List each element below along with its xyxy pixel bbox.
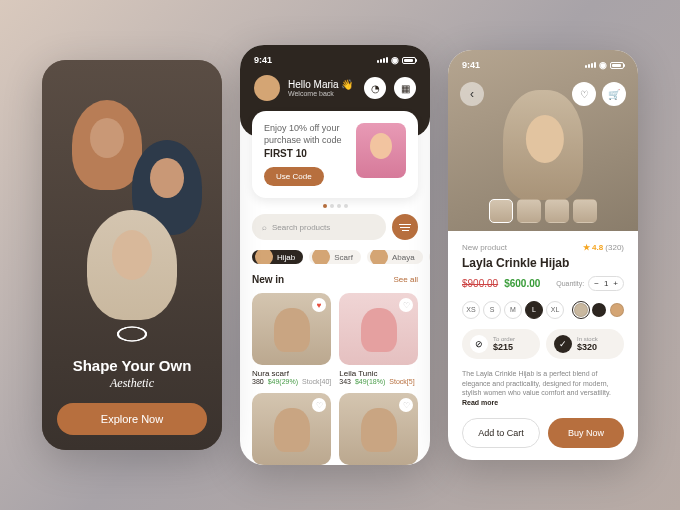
- new-badge: New product: [462, 243, 507, 252]
- product-name: Leila Tunic: [339, 369, 418, 378]
- carousel-dots: [240, 204, 430, 208]
- dot-active[interactable]: [323, 204, 327, 208]
- splash-title: Shape Your Own: [57, 357, 207, 374]
- product-title: Layla Crinkle Hijab: [462, 256, 624, 270]
- status-time: 9:41: [254, 55, 272, 65]
- minus-button[interactable]: −: [594, 279, 599, 288]
- color-swatch[interactable]: [574, 303, 588, 317]
- category-thumb: [255, 250, 273, 264]
- heart-icon: ♡: [580, 89, 589, 100]
- splash-subtitle: Aesthetic: [57, 376, 207, 391]
- see-all-link[interactable]: See all: [394, 275, 418, 284]
- section-title: New in: [252, 274, 284, 285]
- size-xl[interactable]: XL: [546, 301, 564, 319]
- thumbnail[interactable]: [545, 199, 569, 223]
- category-kaftan[interactable]: Kaftan: [429, 250, 430, 264]
- read-more-link[interactable]: Read more: [462, 399, 498, 406]
- back-button[interactable]: ‹: [460, 82, 484, 106]
- promo-text: Enjoy 10% off your purchase with code: [264, 123, 348, 146]
- image-thumbnails: [489, 199, 597, 223]
- size-s[interactable]: S: [483, 301, 501, 319]
- status-time: 9:41: [462, 60, 480, 70]
- to-order-card: ⊘ To order $215: [462, 329, 540, 359]
- color-swatch[interactable]: [592, 303, 606, 317]
- chevron-left-icon: ‹: [470, 87, 474, 101]
- product-image: ♡: [339, 293, 418, 365]
- wifi-icon: ◉: [391, 55, 399, 65]
- color-swatch[interactable]: [610, 303, 624, 317]
- qty-value: 1: [604, 279, 608, 288]
- in-stock-card: ✓ In stock $320: [546, 329, 624, 359]
- explore-button[interactable]: Explore Now: [57, 403, 207, 435]
- product-rating: ★ 4.8 (320): [583, 243, 624, 252]
- size-m[interactable]: M: [504, 301, 522, 319]
- stock-icon: ✓: [554, 335, 572, 353]
- greeting-text: Hello Maria 👋: [288, 79, 356, 90]
- color-selector: [574, 303, 624, 317]
- detail-hero: 9:41 ◉ ‹ ♡ 🛒: [448, 50, 638, 231]
- category-tabs: Hijab Scarf Abaya Kaftan: [240, 250, 430, 264]
- product-image: ♡: [252, 393, 331, 465]
- favorite-button[interactable]: ♡: [572, 82, 596, 106]
- bell-icon: ◔: [371, 83, 380, 94]
- promo-banner[interactable]: Enjoy 10% off your purchase with code FI…: [252, 111, 418, 198]
- product-name: Nura scarf: [252, 369, 331, 378]
- product-card[interactable]: ♡ Leila Tunic 343$49(18%)Stock[5]: [339, 293, 418, 385]
- menu-button[interactable]: ▦: [394, 77, 416, 99]
- size-selector: XS S M L XL: [462, 301, 564, 319]
- status-bar: 9:41 ◉: [254, 55, 416, 65]
- product-grid: ♥ Nura scarf 380$49(29%)Stock[40] ♡ Leil…: [240, 293, 430, 465]
- category-thumb: [312, 250, 330, 264]
- plus-button[interactable]: +: [613, 279, 618, 288]
- old-price: $900.00: [462, 278, 498, 289]
- new-price: $600.00: [504, 278, 540, 289]
- product-card[interactable]: ♥ Nura scarf 380$49(29%)Stock[40]: [252, 293, 331, 385]
- product-image: ♥: [252, 293, 331, 365]
- search-input[interactable]: ⌕ Search products: [252, 214, 386, 240]
- user-avatar[interactable]: [254, 75, 280, 101]
- tag-icon: ⊘: [470, 335, 488, 353]
- product-card[interactable]: ♡: [339, 393, 418, 465]
- buy-now-button[interactable]: Buy Now: [548, 418, 624, 448]
- wifi-icon: ◉: [599, 60, 607, 70]
- cart-icon: 🛒: [608, 89, 620, 100]
- battery-icon: [402, 57, 416, 64]
- favorite-button[interactable]: ♡: [399, 298, 413, 312]
- cart-button[interactable]: 🛒: [602, 82, 626, 106]
- product-card[interactable]: ♡: [252, 393, 331, 465]
- size-l[interactable]: L: [525, 301, 543, 319]
- product-description: The Layla Crinkle Hijab is a perfect ble…: [462, 369, 624, 408]
- filter-button[interactable]: [392, 214, 418, 240]
- product-image: ♡: [339, 393, 418, 465]
- add-to-cart-button[interactable]: Add to Cart: [462, 418, 540, 448]
- favorite-button[interactable]: ♡: [312, 398, 326, 412]
- brand-logo-icon: [117, 319, 147, 349]
- use-code-button[interactable]: Use Code: [264, 167, 324, 186]
- category-scarf[interactable]: Scarf: [309, 250, 361, 264]
- notification-button[interactable]: ◔: [364, 77, 386, 99]
- search-icon: ⌕: [262, 223, 267, 232]
- thumbnail[interactable]: [517, 199, 541, 223]
- category-abaya[interactable]: Abaya: [367, 250, 423, 264]
- status-bar: 9:41 ◉: [462, 60, 624, 70]
- welcome-text: Welcome back: [288, 90, 356, 97]
- category-hijab[interactable]: Hijab: [252, 250, 303, 264]
- thumbnail[interactable]: [489, 199, 513, 223]
- model-image: [72, 100, 142, 190]
- product-detail-screen: 9:41 ◉ ‹ ♡ 🛒 New product ★ 4.8 (320) Lay…: [448, 50, 638, 460]
- grid-icon: ▦: [401, 83, 410, 94]
- qty-label: Quantity:: [556, 280, 584, 287]
- battery-icon: [610, 62, 624, 69]
- quantity-stepper[interactable]: − 1 +: [588, 276, 624, 291]
- home-screen: 9:41 ◉ Hello Maria 👋 Welcome back ◔ ▦ En…: [240, 45, 430, 465]
- signal-icon: [585, 62, 596, 68]
- signal-icon: [377, 57, 388, 63]
- favorite-button[interactable]: ♡: [399, 398, 413, 412]
- size-xs[interactable]: XS: [462, 301, 480, 319]
- filter-icon: [400, 227, 410, 229]
- splash-screen: Shape Your Own Aesthetic Explore Now: [42, 60, 222, 450]
- promo-image: [356, 123, 406, 178]
- favorite-button[interactable]: ♥: [312, 298, 326, 312]
- thumbnail[interactable]: [573, 199, 597, 223]
- category-thumb: [370, 250, 388, 264]
